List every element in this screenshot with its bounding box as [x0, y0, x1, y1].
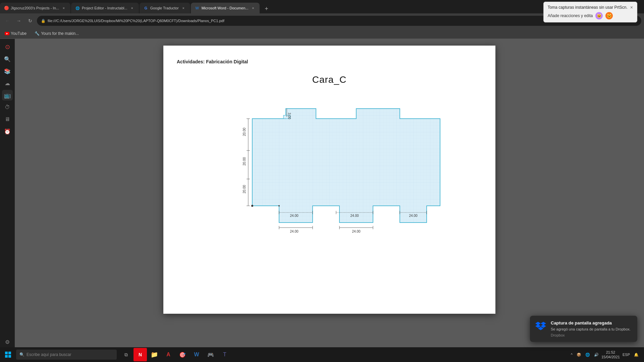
- browser-notif-close[interactable]: ×: [630, 5, 633, 10]
- language-indicator[interactable]: ESP: [621, 352, 631, 357]
- svg-marker-47: [541, 324, 546, 328]
- taskview-button[interactable]: ⧉: [119, 348, 133, 361]
- dropbox-icon: [535, 320, 547, 333]
- pdf-viewer[interactable]: Actividades: Fabricación Digital Cara_C: [15, 39, 644, 362]
- tray-expand[interactable]: ^: [570, 352, 574, 357]
- network-icon[interactable]: 🌐: [584, 352, 591, 358]
- system-tray: ^ 📦 🌐 🔊 21:52 15/04/2021 ESP 🔔: [567, 350, 643, 360]
- svg-text:3.00: 3.00: [287, 113, 291, 119]
- taskbar: 🔍 Escribe aquí para buscar ⧉ N 📁 A 🎯 W 🎮…: [0, 347, 644, 362]
- autocad-button[interactable]: A: [162, 348, 175, 361]
- start-button[interactable]: [1, 348, 15, 361]
- tab-4-title: Microsoft Word - Documen...: [202, 6, 249, 10]
- sidebar-settings-icon[interactable]: ⚙: [2, 337, 13, 347]
- edge-button[interactable]: 🎯: [176, 348, 189, 361]
- notif-avatar2: 🐱: [605, 12, 613, 19]
- tab-3-favicon: G: [144, 6, 148, 10]
- notification-title: Captura de pantalla agregada: [551, 320, 633, 325]
- svg-rect-42: [5, 355, 8, 358]
- tab-3-title: Google Traductor: [150, 6, 179, 10]
- sidebar-timer-icon[interactable]: ⏱: [2, 102, 13, 113]
- tab-3[interactable]: G Google Traductor ×: [140, 3, 190, 13]
- dropbox-notification[interactable]: Captura de pantalla agregada Se agregó u…: [530, 316, 637, 342]
- browser-notif-text2: Añade reacciones y edita: [548, 13, 593, 18]
- tab-2-title: Project Editor - Instructabl...: [82, 6, 127, 10]
- date-display: 15/04/2021: [601, 355, 620, 359]
- bookmarks-bar: YouTube 🔧 Yours for the makin...: [0, 28, 644, 39]
- svg-text:20.00: 20.00: [243, 128, 246, 136]
- sidebar-media-icon[interactable]: 📺: [2, 90, 13, 101]
- notification-content: Captura de pantalla agregada Se agregó u…: [551, 320, 633, 337]
- tab-1-favicon: 🔴: [4, 6, 9, 10]
- main-content: ⊙ 🔍 📚 ☁ 📺 ⏱ 🖥 ⏰ ⚙ ··· Actividades: Fabri…: [0, 39, 644, 362]
- notification-body: Se agregó una captura de pantalla a tu D…: [551, 327, 633, 332]
- sidebar-search-icon[interactable]: 🔍: [2, 54, 13, 64]
- word-button[interactable]: W: [190, 348, 203, 361]
- pdf-title: Cara_C: [177, 74, 482, 85]
- time-display: 21:52: [601, 350, 620, 355]
- tab-3-close[interactable]: ×: [181, 5, 186, 11]
- browser-notification: Toma capturas instantáneas sin usar PrtS…: [543, 2, 637, 22]
- fusion-button[interactable]: 🎮: [204, 348, 217, 361]
- svg-text:20.00: 20.00: [243, 157, 246, 166]
- tab-2-close[interactable]: ×: [129, 5, 135, 11]
- svg-point-38: [251, 205, 253, 207]
- tab-4[interactable]: W Microsoft Word - Documen... ×: [191, 3, 260, 13]
- sidebar-cloud-icon[interactable]: ☁: [2, 78, 13, 88]
- lock-icon: 🔒: [41, 19, 46, 23]
- svg-text:24.00: 24.00: [352, 230, 360, 233]
- sidebar-home-icon[interactable]: ⊙: [2, 42, 13, 52]
- svg-text:20.00: 20.00: [243, 185, 246, 193]
- sidebar-display-icon[interactable]: 🖥: [2, 114, 13, 125]
- svg-marker-48: [538, 327, 543, 330]
- back-button[interactable]: ←: [3, 16, 12, 25]
- tab-1-title: JIgscruz2003's Projects - In...: [11, 6, 59, 10]
- svg-rect-40: [5, 352, 8, 354]
- bookmark-youtube-label: YouTube: [11, 31, 26, 36]
- svg-point-39: [278, 205, 280, 206]
- svg-rect-43: [8, 355, 11, 358]
- search-icon: 🔍: [19, 352, 24, 357]
- pdf-page: Actividades: Fabricación Digital Cara_C: [163, 46, 495, 314]
- tab-1[interactable]: 🔴 JIgscruz2003's Projects - In... ×: [0, 3, 70, 13]
- svg-rect-41: [8, 352, 11, 354]
- new-tab-button[interactable]: +: [262, 4, 271, 13]
- tab-2-favicon: 🌐: [75, 6, 80, 10]
- tab-4-favicon: W: [195, 6, 200, 10]
- svg-text:24.00: 24.00: [290, 214, 298, 218]
- notification-source: Dropbox: [551, 333, 633, 337]
- svg-marker-46: [535, 324, 541, 328]
- clock[interactable]: 21:52 15/04/2021: [601, 350, 620, 360]
- search-placeholder: Escribe aquí para buscar: [26, 352, 71, 357]
- youtube-icon: [5, 32, 9, 35]
- bookmark-instructables[interactable]: 🔧 Yours for the makin...: [33, 31, 81, 37]
- sidebar-clock-icon[interactable]: ⏰: [2, 126, 13, 137]
- taskbar-search[interactable]: 🔍 Escribe aquí para buscar: [16, 350, 117, 360]
- notification-button[interactable]: 🔔: [633, 352, 640, 358]
- svg-text:24.00: 24.00: [409, 214, 417, 218]
- notif-avatar1: 🐱: [595, 12, 603, 19]
- drawing-svg: 3.00 20.00 20.00 20.00: [212, 99, 447, 239]
- instructables-icon: 🔧: [35, 31, 40, 36]
- svg-text:24.00: 24.00: [350, 214, 359, 218]
- bookmark-instructables-label: Yours for the makin...: [41, 31, 79, 36]
- tab-4-close[interactable]: ×: [250, 5, 256, 11]
- bookmark-youtube[interactable]: YouTube: [3, 31, 29, 37]
- explorer-button[interactable]: 📁: [148, 348, 161, 361]
- volume-icon[interactable]: 🔊: [593, 352, 600, 358]
- address-text: file:///C:/Users/JORGE%20LUIS/Dropbox/Mi…: [48, 19, 224, 23]
- reload-button[interactable]: ↻: [25, 16, 35, 25]
- svg-rect-3: [212, 99, 447, 239]
- forward-button[interactable]: →: [14, 16, 23, 25]
- dropbox-tray[interactable]: 📦: [575, 352, 583, 358]
- browser-notif-text1: Toma capturas instantáneas sin usar PrtS…: [548, 5, 628, 10]
- svg-text:24.00: 24.00: [290, 230, 298, 233]
- tab-bar: 🔴 JIgscruz2003's Projects - In... × 🌐 Pr…: [0, 0, 644, 13]
- technical-drawing: 3.00 20.00 20.00 20.00: [177, 99, 482, 239]
- teams-button[interactable]: T: [218, 348, 231, 361]
- tab-1-close[interactable]: ×: [61, 5, 66, 11]
- netflix-button[interactable]: N: [133, 348, 147, 361]
- tab-2[interactable]: 🌐 Project Editor - Instructabl... ×: [71, 3, 139, 13]
- left-sidebar: ⊙ 🔍 📚 ☁ 📺 ⏱ 🖥 ⏰ ⚙ ···: [0, 39, 15, 362]
- sidebar-bookmarks-icon[interactable]: 📚: [2, 66, 13, 76]
